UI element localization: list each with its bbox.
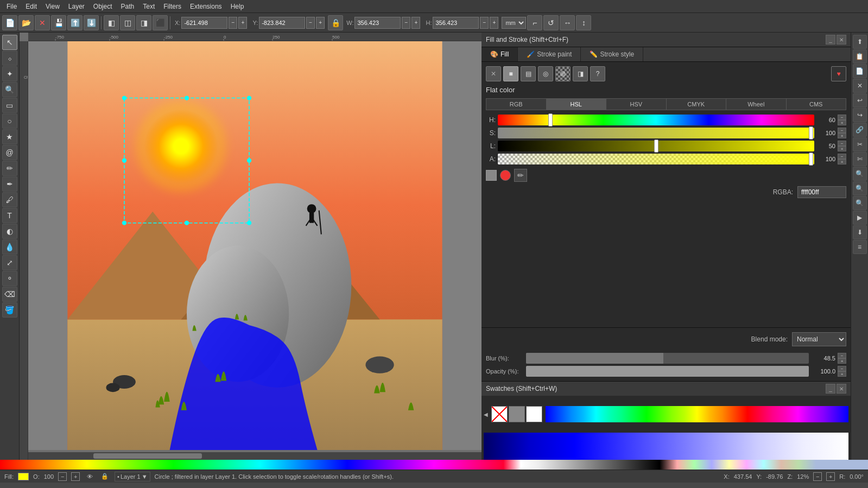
rgba-input[interactable] (797, 186, 846, 198)
dropper-tool[interactable]: 💧 (2, 239, 17, 255)
hue-minus[interactable]: − (838, 115, 846, 120)
lig-plus[interactable]: + (838, 146, 846, 151)
h-plus[interactable]: + (490, 17, 498, 29)
tab-hsv[interactable]: HSV (606, 99, 667, 110)
fs-minimize-btn[interactable]: _ (826, 35, 835, 45)
blue-gradient-strip[interactable] (484, 433, 848, 460)
rt-btn-9[interactable]: 🔍 (853, 167, 867, 181)
circle-tool[interactable]: ○ (2, 113, 17, 129)
star-tool[interactable]: ★ (2, 129, 17, 144)
w-input[interactable] (354, 17, 401, 29)
y-minus[interactable]: − (306, 17, 315, 29)
y-plus[interactable]: + (316, 17, 325, 29)
flip-h-btn[interactable]: ↔ (560, 15, 575, 30)
align-right-btn[interactable]: ◨ (136, 15, 151, 30)
swatches-minimize[interactable]: _ (826, 384, 835, 394)
h-input[interactable] (433, 17, 479, 29)
eyedropper-btn[interactable]: ✏ (514, 169, 527, 182)
menu-object[interactable]: Object (89, 2, 117, 11)
export-button[interactable]: ⬇️ (84, 15, 99, 30)
rt-btn-8[interactable]: ✂ (853, 137, 867, 151)
rt-btn-14[interactable]: ≡ (853, 240, 867, 254)
pencil-tool[interactable]: ✏ (2, 161, 17, 176)
radial-grad-btn[interactable]: ◎ (538, 66, 553, 81)
menu-view[interactable]: View (41, 2, 64, 11)
connector-tool[interactable]: ⤢ (2, 255, 17, 270)
alpha-plus[interactable]: + (838, 159, 846, 164)
fs-close-btn[interactable]: ✕ (837, 35, 846, 45)
open-button[interactable]: 📂 (18, 15, 34, 30)
unknown-paint-btn[interactable]: ? (590, 66, 605, 81)
swatches-scroll-left[interactable]: ◀ (484, 398, 488, 430)
rt-btn-5[interactable]: ↩ (853, 93, 867, 107)
menu-path[interactable]: Path (117, 2, 139, 11)
rt-btn-12[interactable]: ▶ (853, 211, 867, 225)
rt-btn-scissors[interactable]: ✄ (853, 152, 867, 166)
opacity-plus[interactable]: + (838, 371, 846, 377)
eraser-tool[interactable]: ⌫ (2, 287, 17, 302)
rt-btn-11[interactable]: 🔍 (853, 196, 867, 210)
canvas-area[interactable]: -750 -500 -250 0 250 500 CPUS (20, 33, 481, 460)
menu-layer[interactable]: Layer (64, 2, 89, 11)
rt-btn-13[interactable]: ⬇ (853, 225, 867, 239)
sat-slider-track[interactable] (498, 128, 814, 138)
tab-cmyk[interactable]: CMYK (667, 99, 727, 110)
x-plus[interactable]: + (238, 17, 247, 29)
rt-btn-2[interactable]: 📋 (853, 49, 867, 64)
pattern-btn[interactable]: ⊞ (555, 66, 571, 81)
rt-btn-3[interactable]: 📄 (853, 64, 867, 78)
blur-track[interactable] (526, 353, 809, 364)
tab-cms[interactable]: CMS (787, 99, 846, 110)
close-button[interactable]: ✕ (35, 15, 50, 30)
no-paint-btn[interactable]: ✕ (486, 66, 501, 81)
tab-rgb[interactable]: RGB (486, 99, 547, 110)
hue-plus[interactable]: + (838, 120, 846, 125)
status-lock-btn[interactable]: 🔒 (99, 473, 110, 480)
tab-hsl[interactable]: HSL (547, 99, 607, 110)
current-color-circle[interactable] (500, 170, 511, 181)
tab-fill[interactable]: 🎨 Fill (481, 47, 518, 61)
spiral-tool[interactable]: @ (2, 145, 17, 160)
alpha-minus[interactable]: − (838, 154, 846, 159)
status-visibility-btn[interactable]: 👁 (84, 473, 95, 480)
menu-text[interactable]: Text (138, 2, 159, 11)
swatch-gray[interactable] (509, 406, 525, 422)
lig-minus[interactable]: − (838, 141, 846, 146)
layer-selector[interactable]: • Layer 1 ▼ (115, 472, 150, 481)
zoom-plus-btn[interactable]: + (826, 472, 835, 481)
blur-minus[interactable]: − (838, 353, 846, 358)
node-tool[interactable]: ⬦ (2, 50, 17, 66)
transform-btn[interactable]: ↺ (543, 15, 559, 30)
spray-tool[interactable]: ⚬ (2, 271, 17, 286)
new-button[interactable]: 📄 (2, 15, 17, 30)
align-center-btn[interactable]: ◫ (120, 15, 135, 30)
horizontal-scrollbar[interactable] (28, 452, 481, 460)
y-input[interactable] (259, 17, 305, 29)
scrollbar-thumb[interactable] (93, 453, 202, 459)
menu-extensions[interactable]: Extensions (186, 2, 226, 11)
rt-btn-10[interactable]: 🔍 (853, 181, 867, 195)
blur-plus[interactable]: + (838, 358, 846, 364)
menu-help[interactable]: Help (226, 2, 249, 11)
import-button[interactable]: ⬆️ (67, 15, 83, 30)
w-plus[interactable]: + (411, 17, 420, 29)
unit-select[interactable]: mm px in pt (502, 17, 526, 29)
opacity-track[interactable] (526, 366, 809, 377)
rt-btn-6[interactable]: ↪ (853, 108, 867, 122)
select-tool[interactable]: ↖ (2, 35, 17, 50)
swatches-close[interactable]: ✕ (837, 384, 846, 394)
swatch-white[interactable] (526, 406, 542, 422)
align-left-btn[interactable]: ◧ (104, 15, 119, 30)
menu-filters[interactable]: Filters (159, 2, 186, 11)
color-gradient-strip[interactable] (546, 406, 848, 422)
heart-btn[interactable]: ♥ (831, 66, 846, 81)
alpha-slider-track[interactable] (498, 154, 814, 164)
save-button[interactable]: 💾 (51, 15, 66, 30)
callig-tool[interactable]: 🖋 (2, 192, 17, 207)
linear-grad-btn[interactable]: ▤ (521, 66, 536, 81)
flat-color-btn[interactable]: ■ (503, 66, 518, 81)
x-input[interactable] (181, 17, 227, 29)
lig-slider-track[interactable] (498, 141, 814, 151)
zoom-tool[interactable]: 🔍 (2, 82, 17, 97)
paint-bucket-tool[interactable]: 🪣 (2, 302, 17, 318)
